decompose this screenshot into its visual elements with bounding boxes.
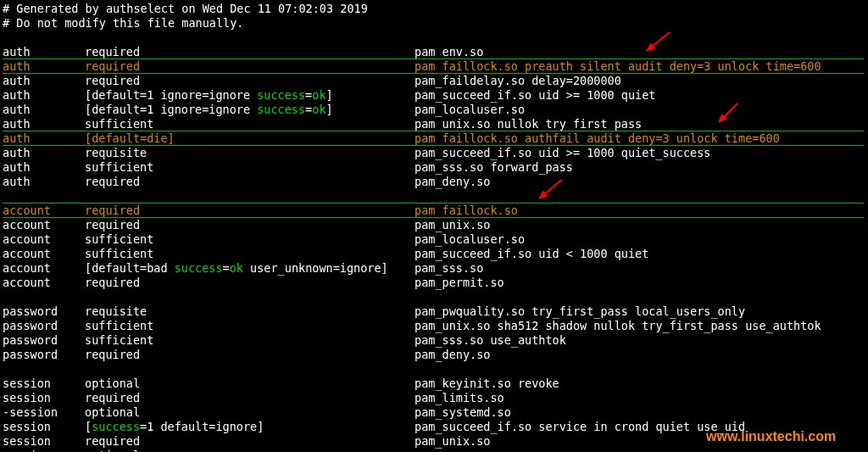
config-line: authrequiredpam_faillock.so preauth sile… xyxy=(3,59,821,74)
pam-type: auth xyxy=(3,45,85,59)
config-line: accountrequiredpam_unix.so xyxy=(3,218,490,232)
pam-control: optional xyxy=(85,377,415,391)
pam-module: pam_systemd.so xyxy=(415,405,511,420)
config-line: sessionoptionalpam_keyinit.so revoke xyxy=(3,377,559,391)
pam-control: sufficient xyxy=(85,117,415,131)
pam-module: pam_pwquality.so try_first_pass local_us… xyxy=(415,304,745,319)
config-line: accountsufficientpam_localuser.so xyxy=(3,232,525,247)
pam-type: auth xyxy=(3,74,85,88)
pam-control: required xyxy=(85,74,415,88)
watermark: www.linuxtechi.com xyxy=(706,429,836,444)
config-line: accountsufficientpam_succeed_if.so uid <… xyxy=(3,247,648,261)
pam-module: pam_faillock.so xyxy=(415,204,518,218)
pam-control: required xyxy=(85,218,415,232)
pam-type: session xyxy=(3,420,85,434)
pam-type: auth xyxy=(3,131,85,146)
pam-type: auth xyxy=(3,59,85,74)
config-line: accountrequiredpam_permit.so xyxy=(3,276,504,290)
pam-type: session xyxy=(3,449,85,452)
pam-type: session xyxy=(3,377,85,391)
pam-module: pam_env.so xyxy=(415,45,483,59)
pam-control: required xyxy=(85,45,415,59)
pam-type: password xyxy=(3,348,85,362)
pam-control: required xyxy=(85,391,415,405)
pam-type: auth xyxy=(3,146,85,160)
pam-module: pam_succeed_if.so service in crond quiet… xyxy=(415,420,745,434)
terminal-output: # Generated by authselect on Wed Dec 11 … xyxy=(0,0,868,452)
config-line: authrequiredpam_env.so xyxy=(3,45,483,59)
comment-line: # Generated by authselect on Wed Dec 11 … xyxy=(3,2,368,16)
config-line: passwordrequisitepam_pwquality.so try_fi… xyxy=(3,304,745,319)
config-line: account[default=bad success=ok user_unkn… xyxy=(3,261,483,276)
pam-type: password xyxy=(3,304,85,319)
pam-type: auth xyxy=(3,103,85,117)
pam-module: pam_localuser.so xyxy=(415,232,525,247)
highlight-bar xyxy=(3,131,864,131)
pam-control: required xyxy=(85,204,415,218)
config-line: sessionrequiredpam_limits.so xyxy=(3,391,504,405)
pam-control: optional xyxy=(85,449,415,452)
pam-control: sufficient xyxy=(85,232,415,247)
pam-module: pam_faildelay.so delay=2000000 xyxy=(415,74,621,88)
config-line: passwordsufficientpam_unix.so sha512 sha… xyxy=(3,319,821,333)
pam-control: [default=die] xyxy=(85,131,415,146)
config-line: passwordrequiredpam_deny.so xyxy=(3,348,490,362)
pam-module: pam_faillock.so authfail audit deny=3 un… xyxy=(415,131,780,146)
pam-module: pam_keyinit.so revoke xyxy=(415,377,559,391)
config-line: auth[default=1 ignore=ignore success=ok]… xyxy=(3,88,655,103)
config-line: authsufficientpam_sss.so forward_pass xyxy=(3,160,573,175)
pam-control: sufficient xyxy=(85,333,415,348)
pam-module: pam_limits.so xyxy=(415,391,504,405)
pam-control: requisite xyxy=(85,146,415,160)
pam-module: pam_succeed_if.so uid >= 1000 quiet_succ… xyxy=(415,146,711,160)
pam-control: [default=1 ignore=ignore success=ok] xyxy=(85,103,415,117)
pam-module: pam_deny.so xyxy=(415,175,490,189)
pam-type: -session xyxy=(3,405,85,420)
config-line: authsufficientpam_unix.so nullok try_fir… xyxy=(3,117,642,131)
config-line: auth[default=1 ignore=ignore success=ok]… xyxy=(3,103,525,117)
pam-module: pam_permit.so xyxy=(415,276,504,290)
pam-module: pam_localuser.so xyxy=(415,103,525,117)
config-line: authrequiredpam_deny.so xyxy=(3,175,490,189)
annotation-arrow-icon xyxy=(640,25,676,58)
pam-module: pam_faillock.so preauth silent audit den… xyxy=(415,59,821,74)
pam-control: [default=1 ignore=ignore success=ok] xyxy=(85,88,415,103)
config-line: session[success=1 default=ignore]pam_suc… xyxy=(3,420,745,434)
pam-type: auth xyxy=(3,88,85,103)
pam-control: required xyxy=(85,348,415,362)
pam-control: sufficient xyxy=(85,319,415,333)
pam-control: sufficient xyxy=(85,160,415,175)
pam-type: password xyxy=(3,319,85,333)
pam-type: password xyxy=(3,333,85,348)
pam-module: pam_sss.so use_authtok xyxy=(415,333,566,348)
pam-type: account xyxy=(3,261,85,276)
pam-module: pam_unix.so xyxy=(415,218,490,232)
config-line: -sessionoptionalpam_systemd.so xyxy=(3,405,511,420)
pam-type: session xyxy=(3,434,85,449)
annotation-arrow-icon xyxy=(712,97,744,129)
pam-type: auth xyxy=(3,175,85,189)
pam-control: required xyxy=(85,434,415,449)
config-line: sessionoptionalpam_sss.so xyxy=(3,449,483,452)
pam-type: account xyxy=(3,247,85,261)
pam-module: pam_unix.so xyxy=(415,434,490,449)
config-line: accountrequiredpam_faillock.so xyxy=(3,204,518,218)
highlight-bar xyxy=(3,59,864,59)
config-line: passwordsufficientpam_sss.so use_authtok xyxy=(3,333,566,348)
comment-line: # Do not modify this file manually. xyxy=(3,16,243,31)
pam-type: auth xyxy=(3,117,85,131)
pam-module: pam_unix.so sha512 shadow nullok try_fir… xyxy=(415,319,821,333)
highlight-bar xyxy=(3,203,864,204)
pam-type: account xyxy=(3,276,85,290)
config-line: auth[default=die]pam_faillock.so authfai… xyxy=(3,131,780,146)
config-line: sessionrequiredpam_unix.so xyxy=(3,434,490,449)
pam-type: account xyxy=(3,232,85,247)
config-line: authrequisitepam_succeed_if.so uid >= 10… xyxy=(3,146,711,160)
pam-module: pam_deny.so xyxy=(415,348,490,362)
pam-control: required xyxy=(85,276,415,290)
pam-control: required xyxy=(85,175,415,189)
pam-type: session xyxy=(3,391,85,405)
pam-module: pam_succeed_if.so uid < 1000 quiet xyxy=(415,247,648,261)
pam-type: account xyxy=(3,204,85,218)
pam-module: pam_succeed_if.so uid >= 1000 quiet xyxy=(415,88,655,103)
